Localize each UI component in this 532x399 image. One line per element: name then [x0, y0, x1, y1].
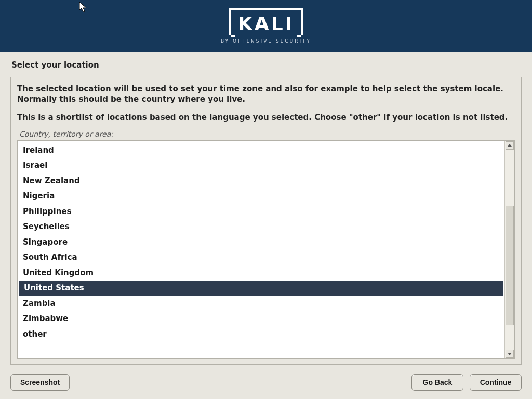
footer: Screenshot Go Back Continue [0, 365, 532, 399]
content-panel: The selected location will be used to se… [10, 77, 522, 365]
chevron-up-icon [508, 144, 512, 147]
location-item[interactable]: Nigeria [18, 189, 504, 204]
description-paragraph-1: The selected location will be used to se… [17, 84, 515, 105]
description-text: The selected location will be used to se… [17, 84, 515, 130]
location-item[interactable]: Israel [18, 158, 504, 174]
footer-right-group: Go Back Continue [411, 374, 522, 391]
location-item[interactable]: Ireland [18, 143, 504, 158]
location-item[interactable]: United States [19, 281, 503, 296]
continue-button[interactable]: Continue [470, 374, 522, 391]
scroll-down-button[interactable] [506, 350, 514, 358]
page-title: Select your location [11, 60, 521, 70]
installer-header: KALI BY OFFENSIVE SECURITY [0, 0, 532, 52]
installer-body: Select your location The selected locati… [0, 52, 532, 365]
list-label: Country, territory or area: [19, 130, 515, 138]
brand-logo: KALI BY OFFENSIVE SECURITY [221, 8, 311, 44]
scroll-up-button[interactable] [506, 141, 514, 150]
go-back-button[interactable]: Go Back [411, 374, 463, 391]
location-item[interactable]: Zimbabwe [18, 311, 504, 327]
location-item[interactable]: Philippines [18, 204, 504, 220]
screenshot-button[interactable]: Screenshot [10, 374, 70, 391]
scrollbar[interactable] [504, 141, 514, 358]
location-list-container: IrelandIsraelNew ZealandNigeriaPhilippin… [17, 140, 515, 359]
chevron-down-icon [508, 353, 512, 355]
location-item[interactable]: Singapore [18, 235, 504, 250]
location-item[interactable]: other [18, 327, 504, 342]
location-item[interactable]: Seychelles [18, 219, 504, 235]
location-item[interactable]: United Kingdom [18, 265, 504, 281]
location-item[interactable]: New Zealand [18, 174, 504, 189]
location-list[interactable]: IrelandIsraelNew ZealandNigeriaPhilippin… [18, 141, 504, 358]
scroll-track[interactable] [505, 150, 514, 349]
location-item[interactable]: South Africa [18, 250, 504, 265]
brand-name: KALI [238, 11, 294, 35]
description-paragraph-2: This is a shortlist of locations based o… [17, 112, 515, 123]
location-item[interactable]: Zambia [18, 296, 504, 312]
brand-tagline: BY OFFENSIVE SECURITY [221, 38, 311, 44]
scroll-thumb[interactable] [506, 206, 514, 325]
